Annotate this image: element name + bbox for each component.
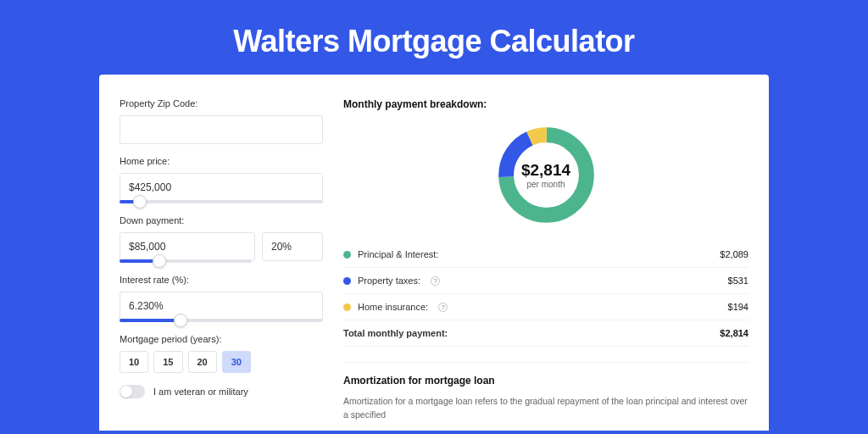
legend-total-value: $2,814 bbox=[720, 328, 748, 338]
veteran-row: I am veteran or military bbox=[120, 385, 323, 398]
zip-label: Property Zip Code: bbox=[120, 98, 323, 108]
legend-row-insurance: Home insurance: ? $194 bbox=[343, 294, 748, 320]
breakdown-panel: Monthly payment breakdown: $2,814 per mo… bbox=[343, 98, 748, 422]
info-taxes-icon[interactable]: ? bbox=[431, 276, 440, 286]
amort-title: Amortization for mortgage loan bbox=[343, 375, 748, 387]
price-label: Home price: bbox=[120, 156, 323, 166]
donut-total: $2,814 bbox=[521, 161, 570, 180]
info-insurance-icon[interactable]: ? bbox=[438, 303, 448, 312]
period-options: 10 15 20 30 bbox=[120, 351, 323, 373]
amort-text: Amortization for a mortgage loan refers … bbox=[343, 395, 748, 422]
down-slider[interactable] bbox=[120, 259, 252, 263]
period-30-button[interactable]: 30 bbox=[222, 351, 251, 373]
legend-val-principal: $2,089 bbox=[720, 249, 748, 259]
amortization-section: Amortization for mortgage loan Amortizat… bbox=[343, 362, 748, 422]
price-slider[interactable] bbox=[120, 200, 323, 203]
veteran-label: I am veteran or military bbox=[153, 387, 248, 397]
calculator-card: Property Zip Code: Home price: Down paym… bbox=[99, 75, 769, 431]
legend-row-principal: Principal & Interest: $2,089 bbox=[343, 242, 748, 268]
donut-sub: per month bbox=[526, 180, 565, 189]
donut-chart: $2,814 per month bbox=[493, 122, 599, 228]
down-label: Down payment: bbox=[120, 215, 323, 225]
price-field-block: Home price: bbox=[120, 156, 323, 203]
zip-input[interactable] bbox=[120, 115, 323, 144]
breakdown-title: Monthly payment breakdown: bbox=[343, 98, 748, 110]
legend-label-insurance: Home insurance: bbox=[358, 302, 428, 312]
period-label: Mortgage period (years): bbox=[120, 334, 323, 344]
rate-slider-thumb[interactable] bbox=[174, 314, 187, 327]
rate-input[interactable] bbox=[120, 292, 323, 320]
donut-wrap: $2,814 per month bbox=[343, 122, 748, 228]
dot-insurance-icon bbox=[343, 303, 351, 311]
down-pct-input[interactable] bbox=[262, 232, 323, 261]
legend-label-taxes: Property taxes: bbox=[358, 275, 420, 286]
down-amount-input[interactable] bbox=[120, 232, 255, 261]
down-field-block: Down payment: bbox=[120, 215, 323, 263]
page-title: Walters Mortgage Calculator bbox=[0, 0, 868, 75]
dot-principal-icon bbox=[343, 251, 351, 259]
zip-field-block: Property Zip Code: bbox=[120, 98, 323, 144]
form-panel: Property Zip Code: Home price: Down paym… bbox=[120, 98, 323, 422]
legend-label-principal: Principal & Interest: bbox=[358, 249, 438, 259]
rate-field-block: Interest rate (%): bbox=[120, 275, 323, 322]
rate-slider[interactable] bbox=[120, 319, 323, 322]
rate-label: Interest rate (%): bbox=[120, 275, 323, 285]
legend-val-taxes: $531 bbox=[728, 275, 748, 286]
legend-row-total: Total monthly payment: $2,814 bbox=[343, 320, 748, 347]
toggle-knob bbox=[120, 386, 132, 398]
donut-center: $2,814 per month bbox=[493, 122, 599, 228]
period-20-button[interactable]: 20 bbox=[188, 351, 217, 373]
dot-taxes-icon bbox=[343, 277, 351, 285]
veteran-toggle[interactable] bbox=[120, 385, 145, 398]
down-slider-thumb[interactable] bbox=[153, 254, 166, 268]
period-15-button[interactable]: 15 bbox=[153, 351, 182, 373]
price-input[interactable] bbox=[120, 173, 323, 202]
legend-total-label: Total monthly payment: bbox=[343, 328, 448, 338]
price-slider-thumb[interactable] bbox=[133, 195, 147, 209]
legend-row-taxes: Property taxes: ? $531 bbox=[343, 268, 748, 294]
period-10-button[interactable]: 10 bbox=[120, 351, 148, 373]
period-field-block: Mortgage period (years): 10 15 20 30 bbox=[120, 334, 323, 373]
legend-val-insurance: $194 bbox=[728, 302, 748, 312]
